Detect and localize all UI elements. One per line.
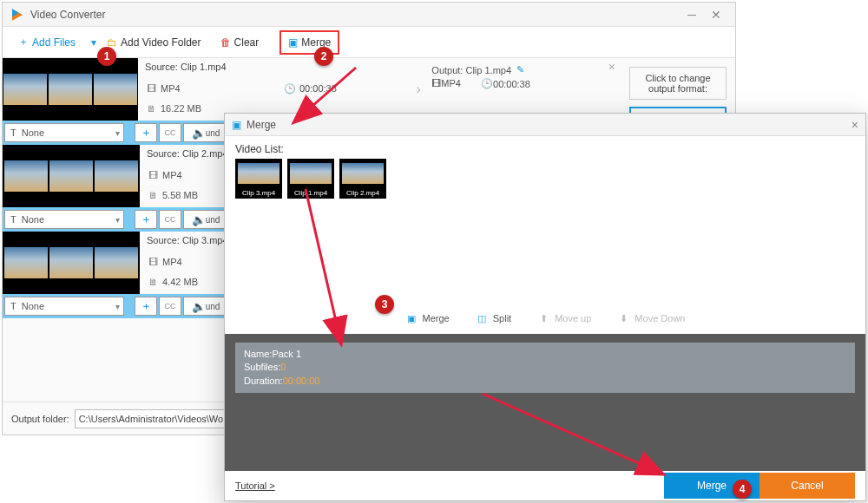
source-meta: Source: Clip 1.mp4 🎞MP4 🕒00:00:38 🗎16.22… <box>138 58 412 121</box>
op-moveup-button[interactable]: ⬆Move up <box>537 312 591 324</box>
arrow-right-icon: › <box>412 58 424 121</box>
callout-badge-3: 3 <box>375 295 394 314</box>
film-icon: 🎞 <box>431 78 441 88</box>
clear-label: Clear <box>234 36 260 49</box>
tutorial-link[interactable]: Tutorial > <box>235 480 275 491</box>
audio-button[interactable]: 🔈und <box>183 123 228 142</box>
cc-button[interactable]: CC <box>159 123 181 142</box>
thumbnail-strip[interactable] <box>3 232 140 294</box>
clock-icon: 🕒 <box>481 78 493 89</box>
cc-button[interactable]: CC <box>159 297 181 316</box>
subtitle-dropdown[interactable]: TNone▾ <box>4 297 124 316</box>
pack-area: Name:Pack 1 Subfiles:0 Duration:00:00:00 <box>225 334 865 471</box>
thumbnail-strip[interactable] <box>3 58 138 121</box>
output-meta: × Output: Clip 1.mp4✎ 🎞MP4 🕒00:00:38 <box>424 58 621 121</box>
plus-icon: ＋ <box>18 35 29 49</box>
arrow-up-icon: ⬆ <box>537 312 549 324</box>
operations-row: ▣Merge ◫Split ⬆Move up ⬇Move Down <box>225 303 865 334</box>
clip-item[interactable]: Clip 1.mp4 <box>287 159 334 199</box>
audio-button[interactable]: 🔈und <box>183 210 228 229</box>
callout-badge-4: 4 <box>733 480 752 499</box>
dialog-title: Merge <box>247 119 276 131</box>
clear-button[interactable]: 🗑 Clear <box>214 30 266 55</box>
split-icon: ◫ <box>476 312 488 324</box>
merge-dialog: ▣ Merge × Video List: Clip 3.mp4 Clip 1.… <box>224 113 866 501</box>
add-subtitle-button[interactable]: ＋ <box>135 210 157 229</box>
cc-button[interactable]: CC <box>159 210 181 229</box>
dialog-close-button[interactable]: × <box>852 118 858 132</box>
add-files-button[interactable]: ＋ Add Files <box>11 30 82 55</box>
merge-icon: ▣ <box>232 119 241 131</box>
remove-item-button[interactable]: × <box>608 60 615 74</box>
thumbnail-strip[interactable] <box>3 145 140 207</box>
source-name: Source: Clip 1.mp4 <box>145 62 405 77</box>
dialog-footer: Tutorial > Merge Cancel <box>225 471 865 500</box>
edit-icon[interactable]: ✎ <box>516 64 524 75</box>
app-title: Video Converter <box>30 9 106 21</box>
subtitle-dropdown[interactable]: TNone▾ <box>4 123 124 142</box>
add-folder-label: Add Video Folder <box>121 36 201 49</box>
op-movedown-button[interactable]: ⬇Move Down <box>617 312 685 324</box>
add-subtitle-button[interactable]: ＋ <box>135 297 157 316</box>
titlebar: Video Converter ─ ✕ <box>3 3 735 27</box>
merge-icon: ▣ <box>405 312 418 324</box>
dialog-cancel-button[interactable]: Cancel <box>760 473 855 499</box>
pack-box[interactable]: Name:Pack 1 Subfiles:0 Duration:00:00:00 <box>235 343 855 393</box>
merge-icon: ▣ <box>288 36 298 49</box>
output-folder-label: Output folder: <box>11 414 69 424</box>
video-list-label: Video List: <box>225 136 865 159</box>
arrow-down-icon: ⬇ <box>617 312 629 324</box>
op-split-button[interactable]: ◫Split <box>476 312 511 324</box>
minimize-button[interactable]: ─ <box>680 6 704 23</box>
add-files-label: Add Files <box>32 36 76 49</box>
subtitle-dropdown[interactable]: TNone▾ <box>4 210 124 229</box>
close-button[interactable]: ✕ <box>704 6 728 23</box>
dropdown-caret-icon[interactable]: ▾ <box>91 36 96 49</box>
file-icon: 🗎 <box>145 102 157 114</box>
add-subtitle-button[interactable]: ＋ <box>135 123 157 142</box>
callout-badge-1: 1 <box>97 47 116 66</box>
add-folder-button[interactable]: 🗀 Add Video Folder <box>100 30 208 55</box>
op-merge-button[interactable]: ▣Merge <box>405 312 450 324</box>
callout-badge-2: 2 <box>314 47 333 66</box>
clip-item[interactable]: Clip 2.mp4 <box>339 159 386 199</box>
clock-icon: 🕒 <box>284 82 296 95</box>
dialog-titlebar: ▣ Merge × <box>225 114 865 136</box>
app-logo-icon <box>10 7 25 23</box>
merge-label: Merge <box>301 36 331 49</box>
clips-row: Clip 3.mp4 Clip 1.mp4 Clip 2.mp4 <box>225 159 865 207</box>
trash-icon: 🗑 <box>220 36 231 49</box>
change-format-label: Click to change output format: <box>629 67 727 100</box>
clip-item[interactable]: Clip 3.mp4 <box>235 159 282 199</box>
audio-button[interactable]: 🔈und <box>183 297 228 316</box>
film-icon: 🎞 <box>145 82 157 95</box>
